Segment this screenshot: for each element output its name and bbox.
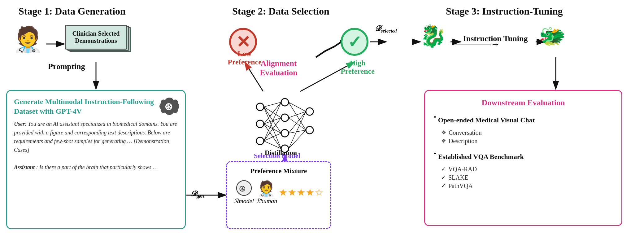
gpt-logo-icon: ⊛: [159, 96, 179, 121]
stars-icon: ★★★★☆: [279, 186, 324, 198]
svg-point-25: [306, 108, 313, 115]
svg-line-42: [289, 118, 306, 130]
demo-box-front: Clinician Selected Demonstrations: [65, 25, 127, 50]
downstream-item-pathvqa: ✓ PathVQA: [441, 182, 613, 190]
preference-mixture-box: Preference Mixture ⊛ ℛmodel 🧑‍⚕️ ℛhuman …: [226, 161, 331, 229]
downstream-item-conversation: ❖ Conversation: [441, 129, 613, 136]
svg-point-19: [256, 120, 264, 128]
model-reward-icon: ⊛ ℛmodel: [234, 180, 254, 205]
gpt-box-title: Generate Multimodal Instruction-Followin…: [14, 97, 178, 116]
item-conversation-text: Conversation: [449, 129, 482, 136]
svg-text:⊛: ⊛: [164, 101, 173, 112]
high-preference-label: High Preference: [337, 59, 378, 76]
bullet-section2: •: [434, 150, 436, 158]
item-slake-text: SLAKE: [448, 174, 468, 181]
d-selected-label: 𝒟selected: [375, 24, 397, 34]
stage2-header: Stage 2: Data Selection: [232, 6, 329, 17]
downstream-item-vqarad: ✓ VQA-RAD: [441, 166, 613, 173]
item-vqarad-text: VQA-RAD: [448, 166, 477, 173]
check-icon-2: ✓: [441, 174, 446, 181]
distillation-label: Distillation: [265, 149, 297, 157]
pref-box-title: Preference Mixture: [233, 167, 324, 175]
downstream-evaluation-box: Downstream Evaluation • Open-ended Medic…: [424, 90, 622, 226]
high-preference-icon: ✓: [341, 28, 368, 56]
fire-dragon-post-icon: 🐲: [539, 23, 566, 49]
check-icon-1: ✓: [441, 166, 446, 173]
svg-text:⊛: ⊛: [239, 184, 246, 193]
stars-display: ★★★★☆: [279, 186, 324, 198]
alignment-evaluation-label: Alignment Evaluation: [245, 59, 313, 77]
svg-point-18: [256, 103, 264, 111]
bullet-section1: •: [434, 113, 436, 121]
check-icon-3: ✓: [441, 182, 446, 189]
svg-point-21: [281, 99, 289, 106]
svg-line-40: [289, 102, 306, 130]
svg-line-27: [264, 102, 281, 107]
d-selected-text: 𝒟: [375, 24, 381, 32]
pref-icons-row: ⊛ ℛmodel 🧑‍⚕️ ℛhuman ★★★★☆: [233, 180, 324, 205]
stage1-header: Stage 1: Data Generation: [19, 6, 126, 17]
downstream-title: Downstream Evaluation: [434, 98, 613, 107]
downstream-item-description: ❖ Description: [441, 138, 613, 145]
human-reward-icon: 🧑‍⚕️ ℛhuman: [255, 180, 277, 205]
user-label: User: [14, 121, 25, 127]
prompting-label: Prompting: [48, 62, 85, 71]
diamond-icon-1: ❖: [441, 129, 446, 136]
svg-line-39: [289, 102, 306, 112]
assistant-label: Assistant: [14, 164, 35, 170]
assistant-text: : Is there a part of the brain that part…: [35, 164, 158, 170]
svg-point-22: [281, 114, 289, 121]
gpt-generation-box: ⊛ Generate Multimodal Instruction-Follow…: [6, 90, 186, 229]
human-reward-label: ℛhuman: [255, 197, 277, 205]
svg-point-20: [256, 137, 264, 145]
item-description-text: Description: [449, 138, 477, 145]
fire-dragon-pre-icon: 🐉: [420, 23, 446, 49]
stage3-header: Stage 3: Instruction-Tuning: [446, 6, 563, 17]
svg-line-33: [264, 124, 281, 133]
doctor-icon: 🧑‍⚕️: [12, 25, 43, 54]
diamond-icon-2: ❖: [441, 138, 446, 144]
instruction-tuning-label: Instruction Tuning: [461, 34, 529, 43]
downstream-item-slake: ✓ SLAKE: [441, 174, 613, 181]
item-pathvqa-text: PathVQA: [448, 182, 473, 190]
neural-network-diagram: [248, 90, 322, 158]
downstream-section2-title: Established VQA Benchmark: [438, 153, 524, 161]
d-gen-label: 𝒟gen: [190, 190, 204, 199]
svg-point-23: [281, 129, 289, 137]
demo-box-stack: Clinician Selected Demonstrations: [65, 25, 133, 59]
model-reward-label: ℛmodel: [234, 197, 254, 205]
diagram-container: Stage 1: Data Generation Stage 2: Data S…: [0, 0, 644, 241]
user-text: : You are an AI assistant specialized in…: [14, 121, 177, 153]
gpt-box-text: User: You are an AI assistant specialize…: [14, 120, 178, 172]
downstream-section1-title: Open-ended Medical Visual Chat: [438, 116, 535, 124]
svg-point-26: [306, 126, 313, 134]
